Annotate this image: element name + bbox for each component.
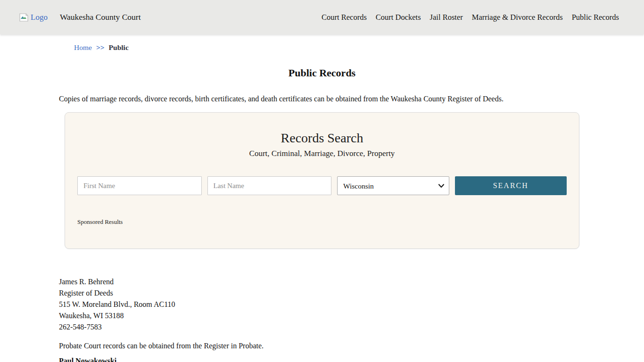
state-select[interactable]: Wisconsin [337,176,449,195]
logo-alt-text: Logo [31,13,48,22]
intro-text: Copies of marriage records, divorce reco… [59,95,585,103]
probate-contact-name: Paul Nowakowski [59,357,585,362]
breadcrumb-home-link[interactable]: Home [74,43,92,51]
contact-phone: 262-548-7583 [59,321,585,333]
contact-name: James R. Behrend [59,276,585,288]
records-search-title: Records Search [77,131,567,146]
breadcrumb-current: Public [109,43,129,51]
register-of-deeds-contact: James R. Behrend Register of Deeds 515 W… [59,276,585,333]
main-nav: Court Records Court Dockets Jail Roster … [322,13,619,22]
logo-link[interactable]: Logo [19,13,48,22]
broken-image-icon [19,13,29,22]
search-button[interactable]: SEARCH [455,176,567,195]
breadcrumb-separator: >> [96,43,105,51]
contact-title: Register of Deeds [59,288,585,299]
contact-address: 515 W. Moreland Blvd., Room AC110 [59,299,585,310]
nav-marriage-divorce-records[interactable]: Marriage & Divorce Records [472,13,563,22]
records-search-panel: Records Search Court, Criminal, Marriage… [65,112,579,249]
site-title: Waukesha County Court [60,12,141,22]
search-form-row: Wisconsin SEARCH [77,176,567,195]
breadcrumb: Home>>Public [59,43,585,52]
nav-court-records[interactable]: Court Records [322,13,367,22]
first-name-input[interactable] [77,176,202,195]
nav-public-records[interactable]: Public Records [572,13,619,22]
header: Logo Waukesha County Court Court Records… [0,0,644,34]
contact-city-state-zip: Waukesha, WI 53188 [59,310,585,321]
records-search-subtitle: Court, Criminal, Marriage, Divorce, Prop… [77,149,567,158]
nav-jail-roster[interactable]: Jail Roster [430,13,463,22]
sponsored-results-label: Sponsored Results [77,218,567,226]
nav-court-dockets[interactable]: Court Dockets [376,13,421,22]
page-title: Public Records [59,67,585,79]
probate-note: Probate Court records can be obtained fr… [59,342,585,350]
state-select-wrap: Wisconsin [337,176,449,195]
last-name-input[interactable] [207,176,332,195]
content-container: Home>>Public Public Records Copies of ma… [59,43,585,362]
